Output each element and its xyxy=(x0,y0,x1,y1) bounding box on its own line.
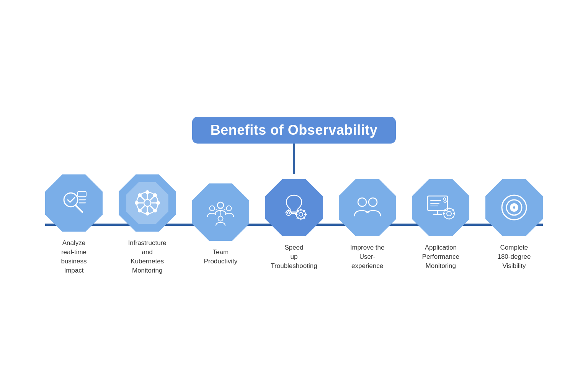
title-badge: Benefits of Observability xyxy=(192,117,396,144)
svg-point-24 xyxy=(217,202,224,208)
svg-line-62 xyxy=(445,209,446,210)
diagram-container: Benefits of Observability xyxy=(26,117,562,275)
main-title: Benefits of Observability xyxy=(211,122,378,138)
label-visibility: Complete180-degreeVisibility xyxy=(497,243,531,270)
team-icon xyxy=(205,197,236,227)
svg-point-16 xyxy=(146,191,149,194)
octagon-apm xyxy=(412,179,469,236)
icons-row: Analyzereal-timebusinessImpact xyxy=(26,174,562,275)
icon-item-speed: SpeedupTroubleshooting xyxy=(261,179,327,270)
octagon-speed xyxy=(265,179,323,236)
bulb-gear-icon xyxy=(279,192,309,223)
svg-point-22 xyxy=(138,209,141,212)
octagon-analyze xyxy=(45,174,103,232)
icon-item-visibility: Complete180-degreeVisibility xyxy=(482,179,547,270)
icon-item-analyze: Analyzereal-timebusinessImpact xyxy=(41,174,106,275)
octagon-user-experience xyxy=(339,179,396,236)
search-check-icon xyxy=(59,188,89,218)
svg-point-70 xyxy=(513,206,516,209)
target-icon xyxy=(499,192,529,223)
svg-line-65 xyxy=(445,217,446,218)
icons-row-wrapper: Analyzereal-timebusinessImpact xyxy=(26,174,562,275)
svg-point-7 xyxy=(144,199,151,206)
svg-point-25 xyxy=(210,206,215,211)
svg-point-18 xyxy=(135,201,138,204)
vertical-connector xyxy=(293,144,295,174)
svg-point-50 xyxy=(369,198,377,206)
label-speed: SpeedupTroubleshooting xyxy=(271,243,317,270)
octagon-infrastructure xyxy=(119,174,176,232)
svg-point-49 xyxy=(358,198,366,206)
label-infrastructure: InfrastructureandKubernetesMonitoring xyxy=(128,238,167,275)
svg-line-41 xyxy=(304,211,305,212)
svg-line-39 xyxy=(297,211,298,212)
octagon-inner-infrastructure xyxy=(126,182,168,224)
icon-item-user-experience: Improve theUser-experience xyxy=(335,179,400,270)
octagon-team xyxy=(192,183,249,241)
octagon-visibility xyxy=(485,179,543,236)
label-apm: ApplicationPerformanceMonitoring xyxy=(422,243,459,270)
label-team: TeamProductivity xyxy=(204,248,237,266)
svg-point-27 xyxy=(218,216,223,221)
icon-item-infrastructure: InfrastructureandKubernetesMonitoring xyxy=(115,174,180,275)
svg-line-64 xyxy=(452,209,453,210)
users-icon xyxy=(352,192,383,223)
icon-item-apm: ApplicationPerformanceMonitoring xyxy=(408,179,473,270)
helm-icon xyxy=(132,188,163,218)
monitor-wrench-icon xyxy=(425,192,456,223)
svg-line-40 xyxy=(304,217,305,218)
svg-point-23 xyxy=(154,209,157,212)
svg-point-26 xyxy=(227,206,232,211)
svg-line-63 xyxy=(452,217,453,218)
label-user-experience: Improve theUser-experience xyxy=(350,243,385,270)
icon-item-team: TeamProductivity xyxy=(188,183,253,266)
svg-point-43 xyxy=(286,210,291,216)
svg-point-44 xyxy=(287,212,290,214)
svg-rect-5 xyxy=(78,191,86,197)
svg-point-66 xyxy=(447,211,451,216)
svg-point-34 xyxy=(299,212,303,216)
svg-point-20 xyxy=(138,194,141,197)
svg-point-17 xyxy=(146,212,149,215)
svg-line-1 xyxy=(75,205,82,212)
svg-point-19 xyxy=(157,201,160,204)
label-analyze: Analyzereal-timebusinessImpact xyxy=(61,238,87,275)
svg-line-42 xyxy=(297,217,298,218)
svg-point-21 xyxy=(154,194,157,197)
